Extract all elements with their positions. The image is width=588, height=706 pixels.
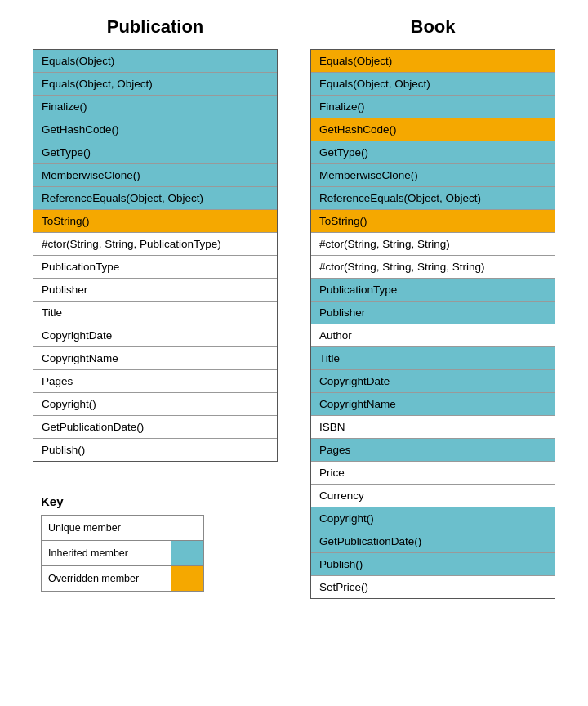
publication-member-item: Copyright() — [33, 393, 277, 416]
publication-member-item: MemberwiseClone() — [33, 164, 277, 187]
key-title: Key — [41, 494, 204, 508]
key-row: Unique member — [42, 516, 203, 541]
book-member-item: Publish() — [311, 553, 555, 576]
publication-member-item: Publisher — [33, 279, 277, 302]
publication-member-item: PublicationType — [33, 256, 277, 279]
key-label: Inherited member — [42, 543, 171, 564]
book-column: Book Equals(Object)Equals(Object, Object… — [310, 16, 555, 599]
book-member-item: ToString() — [311, 210, 555, 233]
book-member-item: #ctor(String, String, String, String) — [311, 256, 555, 279]
publication-member-item: Title — [33, 302, 277, 324]
book-member-item: Copyright() — [311, 507, 555, 530]
publication-member-item: Publish() — [33, 439, 277, 461]
book-member-item: MemberwiseClone() — [311, 164, 555, 187]
book-member-item: #ctor(String, String, String) — [311, 233, 555, 256]
key-color-box — [171, 516, 203, 540]
book-member-item: CopyrightName — [311, 393, 555, 416]
book-member-item: ISBN — [311, 416, 555, 439]
book-member-item: Price — [311, 462, 555, 485]
book-member-item: Finalize() — [311, 96, 555, 118]
key-section: Key Unique memberInherited memberOverrid… — [41, 494, 204, 592]
book-member-item: PublicationType — [311, 279, 555, 302]
publication-member-item: CopyrightName — [33, 347, 277, 370]
key-row: Inherited member — [42, 541, 203, 566]
publication-member-item: Finalize() — [33, 96, 277, 118]
publication-column: Publication Equals(Object)Equals(Object,… — [33, 16, 278, 592]
publication-member-list: Equals(Object)Equals(Object, Object)Fina… — [33, 49, 278, 462]
key-row: Overridden member — [42, 566, 203, 591]
book-member-item: GetPublicationDate() — [311, 530, 555, 553]
main-container: Publication Equals(Object)Equals(Object,… — [16, 16, 572, 599]
key-table: Unique memberInherited memberOverridden … — [41, 515, 204, 592]
key-label: Overridden member — [42, 568, 171, 589]
publication-member-item: Equals(Object, Object) — [33, 73, 277, 96]
book-member-item: Currency — [311, 485, 555, 507]
key-color-box — [171, 541, 203, 565]
book-member-list: Equals(Object)Equals(Object, Object)Fina… — [310, 49, 555, 599]
publication-member-item: Equals(Object) — [33, 50, 277, 73]
publication-member-item: ToString() — [33, 210, 277, 233]
publication-member-item: ReferenceEquals(Object, Object) — [33, 187, 277, 210]
publication-member-item: GetType() — [33, 141, 277, 164]
key-color-box — [171, 566, 203, 591]
book-member-item: Pages — [311, 439, 555, 462]
book-member-item: Author — [311, 324, 555, 347]
book-member-item: Equals(Object) — [311, 50, 555, 73]
publication-title: Publication — [107, 16, 204, 38]
book-member-item: Equals(Object, Object) — [311, 73, 555, 96]
publication-member-item: GetPublicationDate() — [33, 416, 277, 439]
publication-member-item: CopyrightDate — [33, 324, 277, 347]
book-member-item: Publisher — [311, 302, 555, 324]
book-member-item: SetPrice() — [311, 576, 555, 598]
publication-member-item: #ctor(String, String, PublicationType) — [33, 233, 277, 256]
book-member-item: GetType() — [311, 141, 555, 164]
key-label: Unique member — [42, 517, 171, 538]
book-member-item: GetHashCode() — [311, 118, 555, 141]
book-title: Book — [411, 16, 456, 38]
publication-member-item: Pages — [33, 370, 277, 393]
book-member-item: ReferenceEquals(Object, Object) — [311, 187, 555, 210]
book-member-item: Title — [311, 347, 555, 370]
book-member-item: CopyrightDate — [311, 370, 555, 393]
publication-member-item: GetHashCode() — [33, 118, 277, 141]
